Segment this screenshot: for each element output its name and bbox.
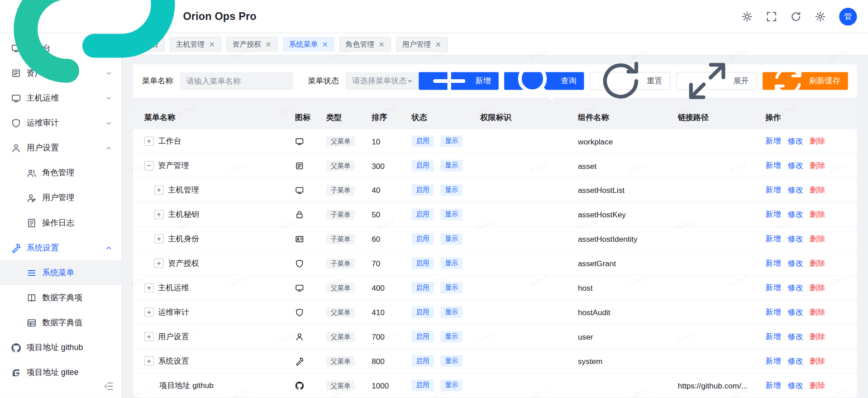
sidebar-item-system-settings[interactable]: 系统设置 [0, 235, 121, 260]
sort-value: 50 [372, 210, 411, 219]
expand-row-button[interactable]: + [154, 210, 164, 219]
row-action-edit[interactable]: 修改 [787, 185, 803, 195]
header-actions: 管 [742, 8, 857, 25]
row-action-delete[interactable]: 删除 [810, 331, 825, 341]
sidebar-item-label: 角色管理 [42, 168, 74, 178]
sidebar-item-github-link[interactable]: 项目地址 github [0, 335, 121, 360]
expand-button[interactable]: 展开 [676, 72, 757, 90]
github-icon [295, 381, 304, 390]
reset-button[interactable]: 重置 [590, 72, 671, 90]
row-action-add[interactable]: 新增 [765, 234, 781, 244]
row-action-delete[interactable]: 删除 [810, 380, 825, 390]
row-action-edit[interactable]: 修改 [787, 307, 803, 317]
sidebar-item-role-mgmt[interactable]: 角色管理 [0, 160, 121, 185]
table-row: −资产管理父菜单300启用显示asset新增修改删除 [133, 153, 857, 177]
add-button[interactable]: 新增 [419, 72, 499, 90]
row-action-edit[interactable]: 修改 [787, 283, 803, 293]
status-badge: 启用 [411, 355, 434, 367]
expand-row-button[interactable]: + [144, 307, 154, 317]
row-action-edit[interactable]: 修改 [787, 161, 803, 171]
refresh-icon [598, 58, 644, 104]
row-action-delete[interactable]: 删除 [810, 258, 825, 268]
row-action-edit[interactable]: 修改 [787, 136, 803, 146]
refresh-cache-button[interactable]: 刷新缓存 [763, 72, 848, 90]
settings-gear-icon[interactable] [815, 11, 826, 22]
close-tab-icon[interactable] [322, 41, 329, 48]
row-action-delete[interactable]: 删除 [810, 234, 825, 244]
row-action-edit[interactable]: 修改 [787, 210, 803, 220]
tab-label: 系统菜单 [289, 39, 318, 49]
sort-value: 1000 [372, 381, 411, 390]
row-action-add[interactable]: 新增 [765, 331, 781, 341]
user-avatar[interactable]: 管 [839, 8, 857, 25]
row-action-add[interactable]: 新增 [765, 210, 781, 220]
expand-row-button[interactable]: + [144, 332, 154, 341]
chevron-down-icon [105, 119, 113, 127]
close-tab-icon[interactable] [265, 41, 272, 48]
row-action-add[interactable]: 新增 [765, 136, 781, 146]
row-action-delete[interactable]: 删除 [810, 210, 825, 220]
row-action-edit[interactable]: 修改 [787, 331, 803, 341]
row-action-delete[interactable]: 删除 [810, 161, 825, 171]
visibility-badge: 显示 [440, 258, 463, 269]
sidebar-item-label: 运维审计 [27, 118, 59, 128]
row-action-delete[interactable]: 删除 [810, 307, 825, 317]
tab-role-mgmt[interactable]: 角色管理 [339, 37, 391, 52]
row-action-edit[interactable]: 修改 [787, 356, 803, 366]
expand-row-button[interactable]: + [154, 185, 164, 195]
expand-row-button[interactable]: + [144, 283, 154, 293]
status-badge: 启用 [411, 184, 434, 196]
row-action-delete[interactable]: 删除 [810, 185, 825, 195]
sidebar-item-label: 项目地址 gitee [27, 367, 79, 378]
close-tab-icon[interactable] [378, 41, 385, 48]
row-action-edit[interactable]: 修改 [787, 258, 803, 268]
menu-status-select[interactable]: 请选择菜单状态 [346, 72, 419, 90]
row-action-add[interactable]: 新增 [765, 161, 781, 171]
sidebar-item-system-menu[interactable]: 系统菜单 [0, 260, 121, 285]
row-action-delete[interactable]: 删除 [810, 356, 825, 366]
sidebar-item-dict-value[interactable]: 数据字典值 [0, 310, 121, 335]
fullscreen-icon[interactable] [766, 11, 777, 22]
sidebar-item-gitee-link[interactable]: 项目地址 gitee [0, 360, 121, 385]
sidebar-item-op-log[interactable]: 操作日志 [0, 210, 121, 235]
tab-user-mgmt[interactable]: 用户管理 [396, 37, 448, 52]
theme-icon[interactable] [742, 11, 753, 22]
row-action-add[interactable]: 新增 [765, 307, 781, 317]
row-action-edit[interactable]: 修改 [787, 234, 803, 244]
shield-icon [295, 308, 304, 317]
close-tab-icon[interactable] [435, 41, 442, 48]
refresh-icon[interactable] [790, 11, 801, 22]
row-action-add[interactable]: 新增 [765, 283, 781, 293]
button-label: 刷新缓存 [809, 76, 840, 86]
expand-row-button[interactable]: + [154, 259, 164, 268]
sidebar-item-user-mgmt[interactable]: 用户管理 [0, 185, 121, 210]
button-label: 重置 [647, 76, 662, 86]
visibility-badge: 显示 [440, 282, 463, 294]
chevron-down-icon [406, 78, 413, 85]
row-action-add[interactable]: 新增 [765, 258, 781, 268]
expand-row-button[interactable]: + [154, 234, 164, 244]
sort-value: 10 [372, 137, 411, 146]
expand-row-button[interactable]: + [144, 356, 154, 366]
row-action-add[interactable]: 新增 [765, 185, 781, 195]
sidebar-item-dict-item[interactable]: 数据字典项 [0, 285, 121, 310]
row-action-add[interactable]: 新增 [765, 380, 781, 390]
status-badge: 启用 [411, 379, 434, 391]
tab-system-menu[interactable]: 系统菜单 [283, 37, 334, 52]
plus-icon [426, 58, 472, 104]
collapse-row-button[interactable]: − [144, 161, 154, 170]
row-action-delete[interactable]: 删除 [810, 136, 825, 146]
row-action-delete[interactable]: 删除 [810, 283, 825, 293]
status-badge: 启用 [411, 282, 434, 294]
menu-type-tag: 子菜单 [326, 258, 355, 268]
sidebar-collapse-icon[interactable] [104, 381, 114, 391]
sidebar-item-user-settings[interactable]: 用户设置 [0, 135, 121, 160]
menu-type-tag: 子菜单 [326, 234, 355, 244]
sidebar-item-ops-audit[interactable]: 运维审计 [0, 110, 121, 135]
query-button[interactable]: 查询 [504, 72, 584, 90]
button-label: 展开 [733, 76, 749, 86]
expand-row-button[interactable]: + [144, 136, 154, 146]
menu-name: 资产管理 [158, 161, 189, 171]
row-action-edit[interactable]: 修改 [787, 380, 803, 390]
row-action-add[interactable]: 新增 [765, 356, 781, 366]
